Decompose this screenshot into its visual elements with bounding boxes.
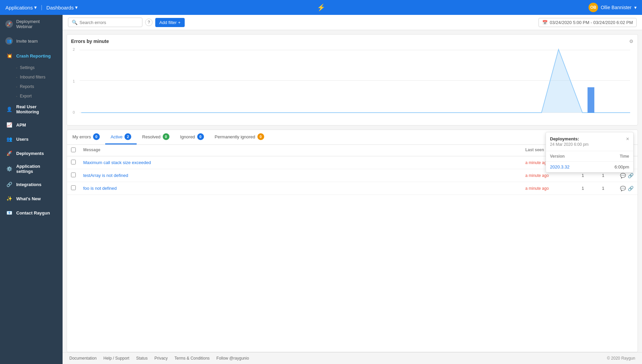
- sidebar-item-whats-new[interactable]: ✨ What's New: [0, 191, 63, 206]
- tab-ignored-badge: 0: [197, 133, 204, 140]
- comment-icon-3[interactable]: 💬: [620, 186, 626, 191]
- chart-gear-icon[interactable]: ⚙: [629, 39, 634, 44]
- sidebar-item-rum[interactable]: 👤 Real User Monitoring: [0, 101, 63, 118]
- contact-label: Contact Raygun: [16, 210, 50, 215]
- popup-title: Deployments:: [550, 136, 589, 141]
- count1-2: 1: [573, 173, 593, 178]
- tab-active-label: Active: [111, 134, 122, 139]
- footer: Documentation Help / Support Status Priv…: [63, 352, 642, 364]
- sidebar-item-deployment-webinar[interactable]: 🚀 Deployment Webinar: [0, 15, 63, 33]
- footer-link-docs[interactable]: Documentation: [69, 356, 97, 361]
- add-filter-button[interactable]: Add filter +: [155, 18, 185, 27]
- row-checkbox-2[interactable]: [71, 173, 83, 178]
- add-filter-label: Add filter: [159, 20, 177, 25]
- row-actions-3: 💬 🔗: [613, 186, 634, 191]
- tab-resolved[interactable]: Resolved 0: [137, 130, 175, 144]
- popup-header: Deployments: 24 Mar 2020 6:00 pm ×: [546, 132, 633, 151]
- popup-col-version: Version: [546, 151, 594, 162]
- plus-icon: +: [178, 20, 181, 25]
- user-menu[interactable]: OB Ollie Bannister ▾: [589, 3, 637, 12]
- sidebar-item-app-settings[interactable]: ⚙️ Application settings: [0, 160, 63, 177]
- link-icon[interactable]: 🔗: [628, 173, 634, 178]
- chart-section: Errors by minute ⚙ 2 1 0: [67, 34, 638, 126]
- sidebar-item-invite-team[interactable]: 👥 Invite team: [0, 33, 63, 49]
- sidebar-item-integrations[interactable]: 🔗 Integrations: [0, 177, 63, 191]
- tab-permanently-ignored[interactable]: Permanently ignored 0: [209, 130, 270, 144]
- search-box[interactable]: 🔍: [68, 18, 142, 27]
- popup-table: Version Time 2020.3.32 6:00pm: [546, 151, 633, 172]
- version-link[interactable]: 2020.3.32: [550, 164, 570, 169]
- last-seen-3: a minute ago: [525, 186, 573, 191]
- deployment-popup: Deployments: 24 Mar 2020 6:00 pm × Versi…: [546, 132, 634, 173]
- count2-3: 1: [593, 186, 613, 191]
- sidebar-item-apm[interactable]: 📈 APM: [0, 118, 63, 132]
- popup-close-button[interactable]: ×: [626, 136, 629, 142]
- tab-my-errors-badge: 0: [93, 133, 100, 140]
- crash-reporting-label: Crash Reporting: [16, 53, 51, 59]
- tab-resolved-label: Resolved: [142, 134, 160, 139]
- sidebar-subitem-export[interactable]: Export: [0, 91, 63, 101]
- help-button[interactable]: ?: [145, 19, 153, 26]
- svg-text:0: 0: [73, 110, 75, 114]
- svg-text:1: 1: [73, 79, 75, 83]
- tab-resolved-badge: 0: [163, 133, 169, 140]
- invite-team-icon: 👥: [5, 37, 13, 45]
- errors-chart: 2 1 0 5:00 pm 5:05 pm 5:10 pm 5:15 pm: [71, 47, 634, 114]
- sidebar-item-crash-reporting[interactable]: 💥 Crash Reporting: [0, 49, 63, 63]
- deployments-icon: 🚀: [5, 150, 13, 157]
- export-label: Export: [20, 94, 32, 98]
- sidebar-app-name: Deployment Webinar: [16, 19, 57, 29]
- tab-ignored[interactable]: Ignored 0: [175, 130, 209, 144]
- select-all-checkbox[interactable]: [71, 147, 76, 152]
- tab-my-errors-label: My errors: [72, 134, 91, 139]
- sidebar-subitem-reports[interactable]: Reports: [0, 82, 63, 91]
- popup-col-time: Time: [594, 151, 634, 162]
- apm-icon: 📈: [5, 121, 13, 129]
- footer-link-privacy[interactable]: Privacy: [154, 356, 167, 361]
- row-checkbox-3[interactable]: [71, 185, 83, 191]
- date-range-picker[interactable]: 📅 03/24/2020 5:00 PM - 03/24/2020 6:02 P…: [538, 18, 637, 27]
- sidebar-subitem-inbound-filters[interactable]: Inbound filters: [0, 72, 63, 82]
- popup-version[interactable]: 2020.3.32: [546, 162, 594, 173]
- table-row: foo is not defined a minute ago 1 1 💬 🔗: [67, 182, 638, 195]
- sidebar-subitem-settings[interactable]: Settings: [0, 63, 63, 72]
- sidebar-item-deployments[interactable]: 🚀 Deployments: [0, 146, 63, 160]
- popup-row: 2020.3.32 6:00pm: [546, 162, 633, 173]
- top-nav-left: Applications ▾ | Dashboards ▾: [5, 4, 78, 10]
- app-settings-icon: ⚙️: [5, 165, 13, 173]
- footer-link-status[interactable]: Status: [136, 356, 147, 361]
- sidebar-item-users[interactable]: 👥 Users: [0, 132, 63, 146]
- search-input[interactable]: [79, 20, 139, 25]
- count2-2: 1: [593, 173, 613, 178]
- error-link-3[interactable]: foo is not defined: [83, 186, 525, 191]
- row-checkbox[interactable]: [71, 160, 83, 165]
- dashboards-chevron: ▾: [75, 4, 78, 10]
- errors-table: Message Last seen Maximum call stack siz…: [67, 145, 638, 352]
- calendar-icon: 📅: [542, 20, 548, 25]
- invite-team-label: Invite team: [16, 39, 38, 44]
- footer-link-help[interactable]: Help / Support: [104, 356, 130, 361]
- lightning-button[interactable]: ⚡: [317, 3, 325, 12]
- count1-3: 1: [573, 186, 593, 191]
- dashboards-label: Dashboards: [46, 5, 74, 10]
- search-icon: 🔍: [72, 20, 77, 25]
- integrations-label: Integrations: [16, 182, 41, 187]
- error-link-1[interactable]: Maximum call stack size exceeded: [83, 160, 525, 165]
- link-icon-3[interactable]: 🔗: [628, 186, 634, 191]
- popup-date: 24 Mar 2020 6:00 pm: [550, 142, 589, 147]
- footer-link-terms[interactable]: Terms & Conditions: [175, 356, 210, 361]
- main-layout: 🚀 Deployment Webinar 👥 Invite team 💥 Cra…: [0, 15, 642, 364]
- tab-my-errors[interactable]: My errors 0: [67, 130, 105, 144]
- last-seen-2: a minute ago: [525, 173, 573, 178]
- deployment-webinar-icon: 🚀: [5, 20, 13, 28]
- popup-title-block: Deployments: 24 Mar 2020 6:00 pm: [550, 136, 589, 147]
- footer-link-twitter[interactable]: Follow @raygunio: [216, 356, 249, 361]
- comment-icon[interactable]: 💬: [620, 173, 626, 178]
- applications-menu[interactable]: Applications ▾: [5, 4, 37, 10]
- svg-text:2: 2: [73, 47, 75, 51]
- tab-active[interactable]: Active 2: [105, 130, 137, 144]
- sidebar-item-contact[interactable]: 📧 Contact Raygun: [0, 206, 63, 220]
- toolbar: 🔍 ? Add filter + 📅 03/24/2020 5:00 PM - …: [63, 15, 642, 30]
- dashboards-menu[interactable]: Dashboards ▾: [46, 4, 78, 10]
- error-link-2[interactable]: testArray is not defined: [83, 173, 525, 178]
